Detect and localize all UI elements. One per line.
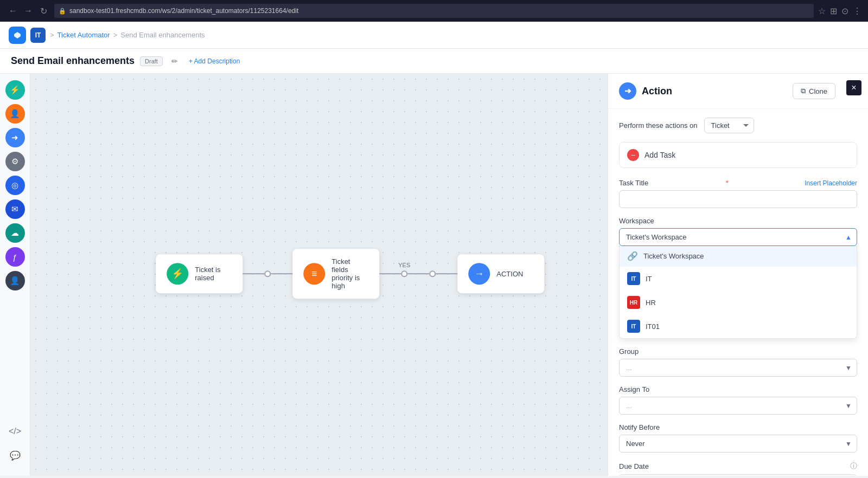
due-date-label: Due Date ⓘ <box>619 461 857 471</box>
panel-title: ➜ Action <box>619 82 672 100</box>
workspace-option-it01[interactable]: IT IT01 <box>620 314 857 338</box>
svg-marker-0 <box>14 32 21 38</box>
task-title-input[interactable] <box>619 190 857 208</box>
condition-node-icon: ≡ <box>303 263 325 285</box>
sidebar-item-cloud[interactable]: ☁ <box>5 223 25 243</box>
assign-to-select[interactable]: ... <box>619 397 857 415</box>
workspace-label: Workspace <box>619 217 857 225</box>
assign-to-select-wrapper: ... ▼ <box>619 397 857 415</box>
action-node[interactable]: → ACTION <box>457 254 544 293</box>
top-bar-actions: ☆ ⊞ ⊙ ⋮ <box>818 6 861 16</box>
refresh-button[interactable]: ↻ <box>37 4 50 17</box>
task-title-group: Task Title* Insert Placeholder <box>619 179 857 208</box>
notify-before-label: Notify Before <box>619 423 857 431</box>
sidebar-item-network[interactable]: ◎ <box>5 176 25 195</box>
workspace-option-hr-label: HR <box>646 299 656 307</box>
add-task-label: Add Task <box>644 151 675 159</box>
workspace-option-hr[interactable]: HR HR <box>620 290 857 314</box>
back-button[interactable]: ← <box>7 4 20 17</box>
dot-3 <box>429 270 436 277</box>
line-1 <box>242 273 264 274</box>
connector-2: YES <box>379 270 429 277</box>
panel-body: Perform these actions on Ticket Asset Ch… <box>608 109 868 476</box>
address-bar: 🔒 sandbox-test01.freshcmdb.com/ws/2/admi… <box>54 4 814 18</box>
url-text: sandbox-test01.freshcmdb.com/ws/2/admin/… <box>69 7 298 15</box>
connector-1 <box>242 270 292 277</box>
condition-node[interactable]: ≡ Ticket fields priority is high <box>292 249 379 299</box>
group-label: Group <box>619 347 857 356</box>
star-icon[interactable]: ☆ <box>818 6 826 16</box>
code-editor-icon[interactable]: </> <box>5 422 25 441</box>
workspace-badge: IT <box>30 28 46 43</box>
chat-icon[interactable]: 💬 <box>5 445 25 465</box>
header: IT > Ticket Automator > Send Email enhan… <box>0 22 868 49</box>
perform-select[interactable]: Ticket Asset Change <box>704 118 754 133</box>
due-date-select: 30 Minutes <box>619 474 857 476</box>
forward-button[interactable]: → <box>22 4 35 17</box>
assign-to-label: Assign To <box>619 385 857 393</box>
workspace-select[interactable]: Ticket's Workspace IT HR IT01 <box>619 228 857 246</box>
line-1b <box>271 273 292 274</box>
workspace-option-it[interactable]: IT IT <box>620 267 857 290</box>
group-group: Group ... ▼ <box>619 347 857 377</box>
breadcrumb: > Ticket Automator > Send Email enhancem… <box>50 31 205 39</box>
main-layout: ⚡ 👤 ➜ ⚙ ◎ ✉ ☁ ƒ 👤 </> 💬 ⚡ Ticket is rais… <box>0 74 868 476</box>
workspace-option-tickets-label: Ticket's Workspace <box>643 252 704 260</box>
action-node-icon: → <box>468 263 490 285</box>
remove-task-button[interactable]: − <box>627 149 639 161</box>
notify-before-select[interactable]: Never 15 Minutes 30 Minutes 1 Hour <box>619 435 857 453</box>
required-star: * <box>726 179 729 187</box>
edit-title-button[interactable]: ✏ <box>168 56 181 67</box>
breadcrumb-current: Send Email enhancements <box>120 31 205 39</box>
draft-badge: Draft <box>140 56 163 66</box>
sidebar-item-automation[interactable]: ⚡ <box>5 80 25 100</box>
due-date-group: Due Date ⓘ 30 Minutes ▼ <box>619 461 857 476</box>
workspace-select-wrapper: Ticket's Workspace IT HR IT01 ▲ <box>619 228 857 246</box>
extensions-icon[interactable]: ⊞ <box>830 6 837 16</box>
insert-placeholder-link[interactable]: Insert Placeholder <box>805 179 857 187</box>
sidebar-item-settings[interactable]: ⚙ <box>5 152 25 171</box>
group-select[interactable]: ... <box>619 359 857 377</box>
nav-arrows: ← → ↻ <box>7 4 50 17</box>
canvas-area: ⚡ Ticket is raised ≡ Ticket fields prior… <box>30 74 608 476</box>
trigger-node[interactable]: ⚡ Ticket is raised <box>156 254 242 293</box>
breadcrumb-automator-link[interactable]: Ticket Automator <box>58 31 110 39</box>
page-title-bar: Send Email enhancements Draft ✏ + Add De… <box>0 49 868 74</box>
trigger-node-label: Ticket is raised <box>195 266 232 282</box>
add-task-row: − Add Task <box>619 142 857 168</box>
notify-before-select-wrapper: Never 15 Minutes 30 Minutes 1 Hour ▼ <box>619 435 857 453</box>
task-title-label: Task Title* Insert Placeholder <box>619 179 857 187</box>
right-panel: × ➜ Action ⧉ Clone Perform these actions… <box>608 74 868 476</box>
connector-3 <box>429 270 457 277</box>
link-icon: 🔗 <box>627 251 638 261</box>
sidebar-item-function[interactable]: ƒ <box>5 247 25 267</box>
breadcrumb-sep2: > <box>113 31 118 39</box>
clone-icon: ⧉ <box>801 87 806 95</box>
sidebar-item-agent[interactable]: 👤 <box>5 104 25 124</box>
breadcrumb-sep1: > <box>50 31 54 39</box>
top-bar: ← → ↻ 🔒 sandbox-test01.freshcmdb.com/ws/… <box>0 0 868 22</box>
dot-2 <box>401 270 407 277</box>
assign-to-group: Assign To ... ▼ <box>619 385 857 415</box>
workspace-dropdown: 🔗 Ticket's Workspace IT IT HR HR IT IT01 <box>619 246 857 339</box>
sidebar-item-flow[interactable]: ➜ <box>5 128 25 147</box>
page-title: Send Email enhancements <box>11 55 135 67</box>
sidebar-item-user[interactable]: 👤 <box>5 271 25 290</box>
account-icon[interactable]: ⊙ <box>841 6 848 16</box>
menu-icon[interactable]: ⋮ <box>853 6 861 16</box>
due-date-select-wrapper: 30 Minutes ▼ <box>619 474 857 476</box>
condition-node-label: Ticket fields priority is high <box>331 257 368 290</box>
close-panel-button[interactable]: × <box>846 80 861 95</box>
it01-badge: IT <box>627 320 640 333</box>
notify-before-group: Notify Before Never 15 Minutes 30 Minute… <box>619 423 857 453</box>
add-description-link[interactable]: + Add Description <box>189 57 240 65</box>
clone-button[interactable]: ⧉ Clone <box>793 83 835 99</box>
trigger-node-icon: ⚡ <box>167 263 188 285</box>
line-2b <box>407 273 429 274</box>
yes-label: YES <box>398 262 410 268</box>
workspace-option-tickets[interactable]: 🔗 Ticket's Workspace <box>620 246 857 267</box>
sidebar: ⚡ 👤 ➜ ⚙ ◎ ✉ ☁ ƒ 👤 </> 💬 <box>0 74 30 476</box>
perform-label: Perform these actions on <box>619 121 698 130</box>
sidebar-item-mail[interactable]: ✉ <box>5 199 25 219</box>
sidebar-bottom: </> 💬 <box>5 422 25 469</box>
